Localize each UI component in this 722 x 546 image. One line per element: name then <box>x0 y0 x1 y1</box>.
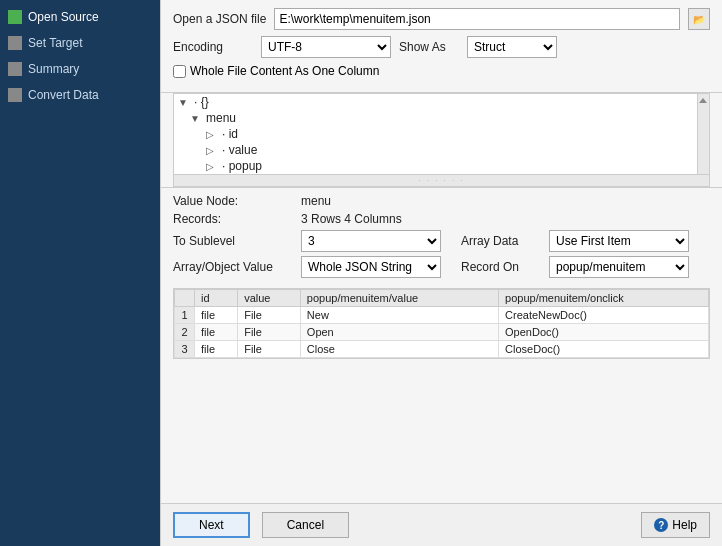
cell-id: file <box>195 307 238 324</box>
sidebar-item-summary[interactable]: Summary <box>0 56 160 82</box>
col-popup-onclick: popup/menuitem/onclick <box>499 290 709 307</box>
sublevel-select[interactable]: 3 <box>301 230 441 252</box>
config-area: Value Node: menu Records: 3 Rows 4 Colum… <box>161 187 722 288</box>
cell-popup-onclick: CloseDoc() <box>499 341 709 358</box>
array-data-label: Array Data <box>461 234 541 248</box>
tree-item-value[interactable]: ▷ · value <box>174 142 697 158</box>
set-target-icon <box>8 36 22 50</box>
footer: Next Cancel ? Help <box>161 503 722 546</box>
cell-value: File <box>238 324 301 341</box>
whole-file-label: Whole File Content As One Column <box>190 64 379 78</box>
cell-popup-value: New <box>300 307 498 324</box>
cell-id: file <box>195 341 238 358</box>
row-num: 2 <box>175 324 195 341</box>
main-panel: Open a JSON file 📂 Encoding UTF-8 Show A… <box>160 0 722 546</box>
tree-item-popup[interactable]: ▷ · popup <box>174 158 697 174</box>
file-path-input[interactable] <box>274 8 680 30</box>
sidebar-item-set-target[interactable]: Set Target <box>0 30 160 56</box>
tree-container: ▼ · {} ▼ menu ▷ · id ▷ · value ▷ · pop <box>173 93 710 187</box>
convert-data-icon <box>8 88 22 102</box>
cell-popup-value: Close <box>300 341 498 358</box>
sublevel-row: To Sublevel 3 Array Data Use First Item <box>173 230 710 252</box>
sidebar-item-label: Open Source <box>28 10 99 24</box>
encoding-label: Encoding <box>173 40 253 54</box>
help-button[interactable]: ? Help <box>641 512 710 538</box>
sidebar-item-label: Summary <box>28 62 79 76</box>
tree-toggle[interactable]: ▼ <box>190 113 204 124</box>
records-value: 3 Rows 4 Columns <box>301 212 402 226</box>
record-on-label: Record On <box>461 260 541 274</box>
file-row: Open a JSON file 📂 <box>173 8 710 30</box>
tree-label-popup: · popup <box>222 159 262 173</box>
value-node-value: menu <box>301 194 331 208</box>
tree-horizontal-scrollbar[interactable]: · · · · · · <box>174 174 709 186</box>
whole-file-row: Whole File Content As One Column <box>173 64 710 78</box>
cell-id: file <box>195 324 238 341</box>
scroll-dots: · · · · · · <box>174 176 709 185</box>
show-as-label: Show As <box>399 40 459 54</box>
value-node-row: Value Node: menu <box>173 194 710 208</box>
tree-label-value: · value <box>222 143 257 157</box>
tree-toggle[interactable]: ▷ <box>206 145 220 156</box>
records-label: Records: <box>173 212 293 226</box>
cell-value: File <box>238 307 301 324</box>
encoding-select[interactable]: UTF-8 <box>261 36 391 58</box>
sidebar-item-label: Convert Data <box>28 88 99 102</box>
sublevel-label: To Sublevel <box>173 234 293 248</box>
help-label: Help <box>672 518 697 532</box>
cell-popup-onclick: CreateNewDoc() <box>499 307 709 324</box>
help-icon: ? <box>654 518 668 532</box>
show-as-select[interactable]: Struct <box>467 36 557 58</box>
tree-toggle[interactable]: ▷ <box>206 161 220 172</box>
tree-item-id[interactable]: ▷ · id <box>174 126 697 142</box>
tree-item-menu[interactable]: ▼ menu <box>174 110 697 126</box>
array-object-label: Array/Object Value <box>173 260 293 274</box>
sidebar-item-label: Set Target <box>28 36 82 50</box>
tree-vertical-scrollbar[interactable] <box>697 94 709 174</box>
value-node-label: Value Node: <box>173 194 293 208</box>
summary-icon <box>8 62 22 76</box>
record-on-select[interactable]: popup/menuitem <box>549 256 689 278</box>
row-num: 1 <box>175 307 195 324</box>
array-object-row: Array/Object Value Whole JSON String Rec… <box>173 256 710 278</box>
col-num <box>175 290 195 307</box>
col-popup-value: popup/menuitem/value <box>300 290 498 307</box>
tree-toggle[interactable]: ▼ <box>178 97 192 108</box>
col-id: id <box>195 290 238 307</box>
sidebar-item-open-source[interactable]: Open Source <box>0 4 160 30</box>
top-form: Open a JSON file 📂 Encoding UTF-8 Show A… <box>161 0 722 93</box>
next-button[interactable]: Next <box>173 512 250 538</box>
sidebar: Open Source Set Target Summary Convert D… <box>0 0 160 546</box>
data-table-wrap: id value popup/menuitem/value popup/menu… <box>173 288 710 359</box>
array-object-select[interactable]: Whole JSON String <box>301 256 441 278</box>
row-num: 3 <box>175 341 195 358</box>
cancel-button[interactable]: Cancel <box>262 512 349 538</box>
col-value: value <box>238 290 301 307</box>
cell-popup-onclick: OpenDoc() <box>499 324 709 341</box>
sidebar-item-convert-data[interactable]: Convert Data <box>0 82 160 108</box>
tree-inner: ▼ · {} ▼ menu ▷ · id ▷ · value ▷ · pop <box>174 94 697 174</box>
cell-value: File <box>238 341 301 358</box>
data-table: id value popup/menuitem/value popup/menu… <box>174 289 709 358</box>
browse-button[interactable]: 📂 <box>688 8 710 30</box>
tree-label-id: · id <box>222 127 238 141</box>
tree-item-root[interactable]: ▼ · {} <box>174 94 697 110</box>
table-row: 3 file File Close CloseDoc() <box>175 341 709 358</box>
open-file-label: Open a JSON file <box>173 12 266 26</box>
tree-label-menu: menu <box>206 111 236 125</box>
array-data-select[interactable]: Use First Item <box>549 230 689 252</box>
encoding-row: Encoding UTF-8 Show As Struct <box>173 36 710 58</box>
table-row: 2 file File Open OpenDoc() <box>175 324 709 341</box>
open-source-icon <box>8 10 22 24</box>
whole-file-checkbox[interactable] <box>173 65 186 78</box>
records-row: Records: 3 Rows 4 Columns <box>173 212 710 226</box>
tree-toggle[interactable]: ▷ <box>206 129 220 140</box>
cell-popup-value: Open <box>300 324 498 341</box>
table-row: 1 file File New CreateNewDoc() <box>175 307 709 324</box>
table-header-row: id value popup/menuitem/value popup/menu… <box>175 290 709 307</box>
tree-label-root: · {} <box>194 95 209 109</box>
